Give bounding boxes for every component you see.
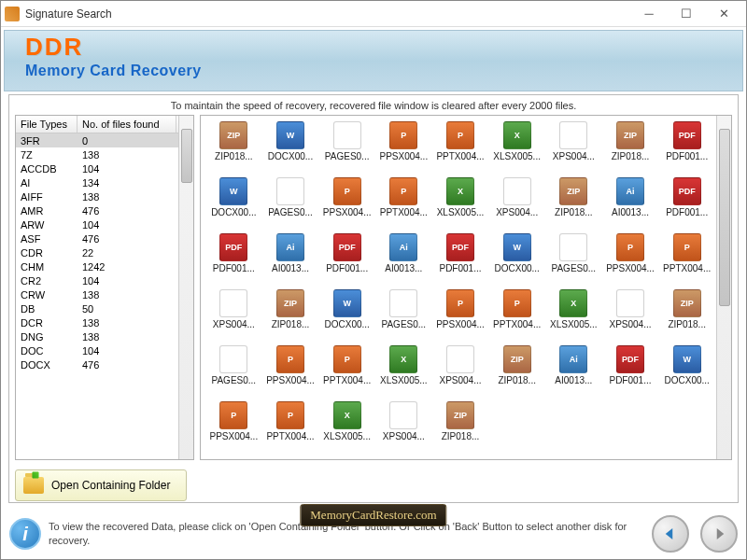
file-item[interactable]: AiAI0013... [376,233,431,287]
file-name: PPSX004... [209,431,258,441]
file-type-icon [559,233,587,261]
file-type-row[interactable]: CHM1242 [16,259,178,273]
file-item[interactable]: WDOCX00... [489,233,544,287]
info-bar: To maintain the speed of recovery, recov… [9,95,738,115]
file-types-scrollbar[interactable] [178,116,193,459]
file-types-panel: File Types No. of files found 3FR07Z138A… [15,115,194,460]
col-file-types[interactable]: File Types [16,116,78,133]
open-containing-folder-button[interactable]: Open Containing Folder [15,469,187,501]
close-button[interactable]: ✕ [705,4,742,24]
file-item[interactable]: AiAI0013... [603,177,658,231]
file-type-icon: X [389,345,417,373]
file-type-row[interactable]: DOCX476 [16,357,178,371]
file-item[interactable]: XXLSX005... [546,289,601,343]
file-type-row[interactable]: CDR22 [16,245,178,259]
arrow-left-icon [662,525,679,542]
file-name: PAGES0... [212,375,257,385]
file-item[interactable]: XXLSX005... [319,401,374,455]
file-item[interactable]: AiAI0013... [263,233,318,287]
file-item[interactable]: XPS004... [376,401,431,455]
file-item[interactable]: PDFPDF001... [659,177,714,231]
file-item[interactable]: AiAI0013... [546,345,601,399]
file-item[interactable]: XPS004... [433,345,488,399]
file-item[interactable]: XPS004... [546,121,601,175]
file-item[interactable]: PPPTX004... [376,177,431,231]
file-name: PPSX004... [379,151,428,161]
col-files-found[interactable]: No. of files found [78,116,176,133]
file-type-row[interactable]: ASF476 [16,231,178,245]
maximize-button[interactable]: ☐ [668,4,705,24]
forward-button[interactable] [700,515,738,553]
file-type-row[interactable]: ARW104 [16,217,178,231]
file-type-row[interactable]: DB50 [16,301,178,315]
file-type-row[interactable]: CR2104 [16,273,178,287]
file-item[interactable]: XPS004... [206,289,261,343]
file-type-row[interactable]: AMR476 [16,203,178,217]
file-item[interactable]: PAGES0... [206,345,261,399]
file-item[interactable]: WDOCX00... [263,121,318,175]
file-type-icon: PDF [673,177,701,205]
file-item[interactable]: PAGES0... [546,233,601,287]
file-item[interactable]: PPPSX004... [433,289,488,343]
file-item[interactable]: ZIPZIP018... [546,177,601,231]
back-button[interactable] [652,515,689,553]
file-item[interactable]: PPPTX004... [433,121,488,175]
file-type-row[interactable]: CRW138 [16,287,178,301]
file-name: PDF001... [666,207,708,217]
file-item[interactable]: PDFPDF001... [319,233,374,287]
file-name: ZIP018... [555,207,593,217]
file-item[interactable]: PDFPDF001... [206,233,261,287]
file-item[interactable]: PPPTX004... [659,233,714,287]
file-type-row[interactable]: 3FR0 [16,133,178,147]
file-name: DOCX00... [324,319,369,329]
file-item[interactable]: PPPSX004... [376,121,431,175]
file-type-row[interactable]: DNG138 [16,329,178,343]
file-type-row[interactable]: 7Z138 [16,147,178,161]
file-item[interactable]: PPPSX004... [603,233,658,287]
file-item[interactable]: WDOCX00... [206,177,261,231]
file-item[interactable]: WDOCX00... [319,289,374,343]
file-item[interactable]: PDFPDF001... [659,121,714,175]
file-item[interactable]: ZIPZIP018... [433,401,488,455]
file-name: AI0013... [385,263,422,273]
minimize-button[interactable]: ─ [630,4,668,24]
file-item[interactable]: ZIPZIP018... [603,121,658,175]
file-item[interactable]: PPPSX004... [263,345,318,399]
file-type-row[interactable]: ACCDB104 [16,161,178,175]
file-item[interactable]: XXLSX005... [433,177,488,231]
file-item[interactable]: PPPSX004... [206,401,261,455]
file-item[interactable]: PAGES0... [263,177,318,231]
file-item[interactable]: XPS004... [603,289,658,343]
file-item[interactable]: WDOCX00... [659,345,714,399]
file-type-icon: PDF [446,233,474,261]
files-scrollbar[interactable] [716,116,731,459]
file-type-row[interactable]: DCR138 [16,315,178,329]
file-item[interactable]: PPPSX004... [319,177,374,231]
file-item[interactable]: XXLSX005... [489,121,544,175]
file-item[interactable]: PAGES0... [376,289,431,343]
file-item[interactable]: PPPTX004... [263,401,318,455]
file-item[interactable]: PPPTX004... [319,345,374,399]
file-item[interactable]: ZIPZIP018... [263,289,318,343]
file-item[interactable]: PDFPDF001... [603,345,658,399]
file-item[interactable]: ZIPZIP018... [489,345,544,399]
file-type-icon: PDF [673,121,701,149]
file-type-icon: X [559,289,587,317]
file-item[interactable]: PAGES0... [319,121,374,175]
file-item[interactable]: PDFPDF001... [433,233,488,287]
app-subtitle: Memory Card Recovery [25,63,742,79]
file-type-icon: ZIP [503,345,531,373]
file-item[interactable]: ZIPZIP018... [659,289,714,343]
file-item[interactable]: XXLSX005... [376,345,431,399]
file-item[interactable]: PPPTX004... [489,289,544,343]
file-name: AI0013... [272,263,309,273]
file-item[interactable]: ZIPZIP018... [206,121,261,175]
file-type-row[interactable]: AI134 [16,175,178,189]
file-type-icon: Ai [276,233,304,261]
file-type-row[interactable]: AIFF138 [16,189,178,203]
file-name: XPS004... [439,375,481,385]
file-type-row[interactable]: DOC104 [16,343,178,357]
brand-logo: DDR [25,31,742,61]
file-item[interactable]: XPS004... [489,177,544,231]
file-name: PPTX004... [380,207,428,217]
